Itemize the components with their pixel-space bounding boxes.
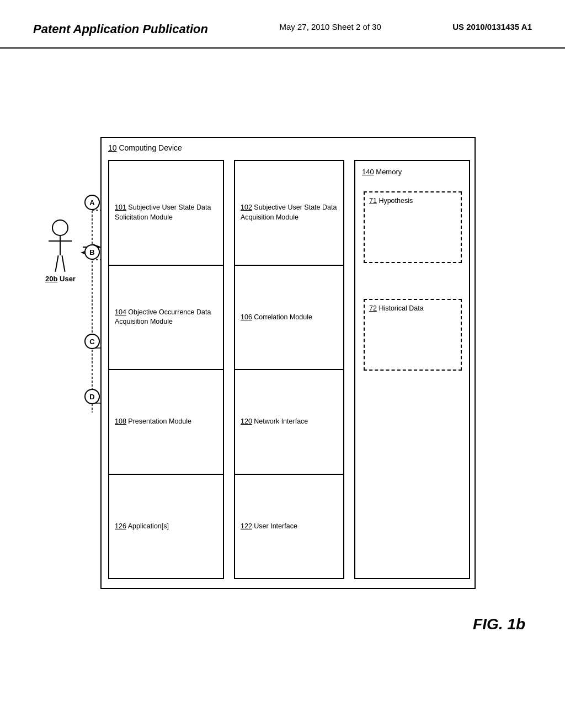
module-106: 106 Correlation Module bbox=[235, 266, 343, 371]
memory-label: 140 Memory bbox=[362, 168, 402, 176]
module-108: 108 Presentation Module bbox=[109, 370, 223, 475]
user-figure: 20b User bbox=[45, 220, 76, 283]
user-body bbox=[45, 220, 76, 272]
module-104: 104 Objective Occurrence Data Acquisitio… bbox=[109, 266, 223, 371]
user-arms bbox=[49, 240, 72, 242]
module-122: 122 User Interface bbox=[235, 475, 343, 579]
user-torso bbox=[60, 236, 61, 255]
user-ref: 20b bbox=[45, 275, 57, 283]
connector-d: D bbox=[84, 389, 100, 404]
diagram-area: 20b User A B C D 10 Computing Device 101… bbox=[34, 71, 531, 677]
module-120: 120 Network Interface bbox=[235, 370, 343, 475]
hypothesis-box: 71 Hypothesis bbox=[364, 191, 462, 263]
server-module-column: 102 Subjective User State Data Acquisiti… bbox=[234, 160, 344, 579]
user-leg-left bbox=[55, 255, 59, 272]
user-legs bbox=[56, 255, 64, 272]
computing-box: 10 Computing Device 101 Subjective User … bbox=[100, 137, 476, 589]
connector-a: A bbox=[84, 195, 100, 210]
user-label: 20b User bbox=[45, 275, 76, 283]
historical-data-label: 72 Historical Data bbox=[369, 304, 424, 312]
connector-c: C bbox=[84, 334, 100, 349]
header-title: Patent Application Publication bbox=[33, 22, 208, 36]
header-patent: US 2010/0131435 A1 bbox=[452, 22, 532, 31]
user-leg-right bbox=[62, 255, 66, 272]
module-126: 126 Application[s] bbox=[109, 475, 223, 579]
module-101: 101 Subjective User State Data Solicitat… bbox=[109, 161, 223, 266]
historical-data-box: 72 Historical Data bbox=[364, 299, 462, 371]
header-meta: May 27, 2010 Sheet 2 of 30 bbox=[279, 22, 381, 31]
hypothesis-label: 71 Hypothesis bbox=[369, 197, 413, 205]
user-head bbox=[52, 220, 68, 236]
header: Patent Application Publication May 27, 2… bbox=[0, 0, 565, 49]
connector-b: B bbox=[84, 244, 100, 260]
page: Patent Application Publication May 27, 2… bbox=[0, 0, 565, 728]
memory-box: 140 Memory 71 Hypothesis 72 Historical D… bbox=[354, 160, 470, 579]
module-102: 102 Subjective User State Data Acquisiti… bbox=[235, 161, 343, 266]
left-module-column: 101 Subjective User State Data Solicitat… bbox=[108, 160, 224, 579]
figure-label: FIG. 1b bbox=[473, 615, 525, 633]
computing-device-label: 10 Computing Device bbox=[108, 143, 182, 152]
